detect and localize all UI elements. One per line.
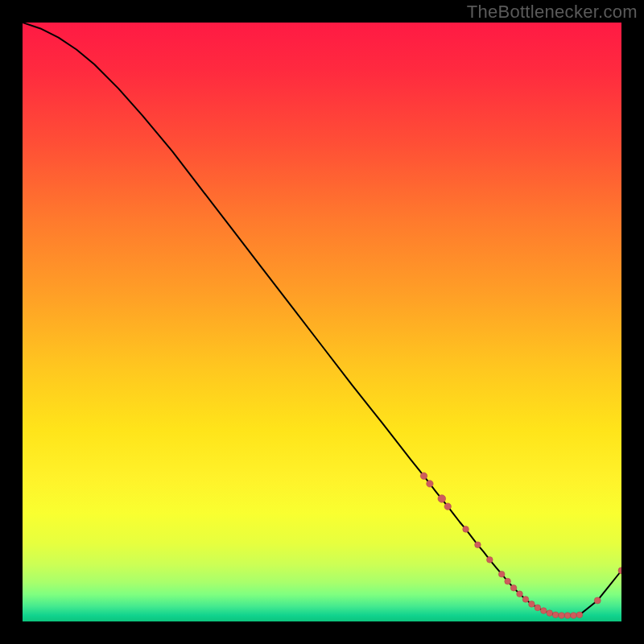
plot-area	[23, 23, 621, 621]
gradient-background	[23, 23, 621, 621]
highlight-dot	[510, 585, 517, 592]
highlight-dot	[547, 610, 553, 617]
highlight-dot	[594, 597, 601, 604]
plot-svg	[23, 23, 621, 621]
chart-frame: TheBottlenecker.com	[0, 0, 644, 644]
watermark-text: TheBottlenecker.com	[467, 2, 638, 23]
highlight-dot	[564, 613, 571, 619]
highlight-dot	[559, 613, 565, 619]
highlight-dot	[475, 542, 481, 548]
highlight-dot	[438, 495, 446, 503]
highlight-dot	[420, 473, 427, 479]
highlight-dot	[517, 591, 523, 597]
highlight-dot	[540, 608, 547, 614]
highlight-dot	[505, 578, 511, 584]
highlight-dot	[463, 526, 469, 533]
highlight-dot	[576, 612, 583, 618]
highlight-dot	[444, 503, 451, 510]
highlight-dot	[498, 571, 505, 577]
highlight-dot	[571, 613, 577, 619]
highlight-dot	[535, 605, 541, 611]
highlight-dot	[487, 557, 493, 564]
highlight-dot	[529, 601, 535, 608]
highlight-dot	[427, 481, 433, 487]
highlight-dot	[522, 597, 529, 603]
highlight-dot	[552, 612, 559, 618]
